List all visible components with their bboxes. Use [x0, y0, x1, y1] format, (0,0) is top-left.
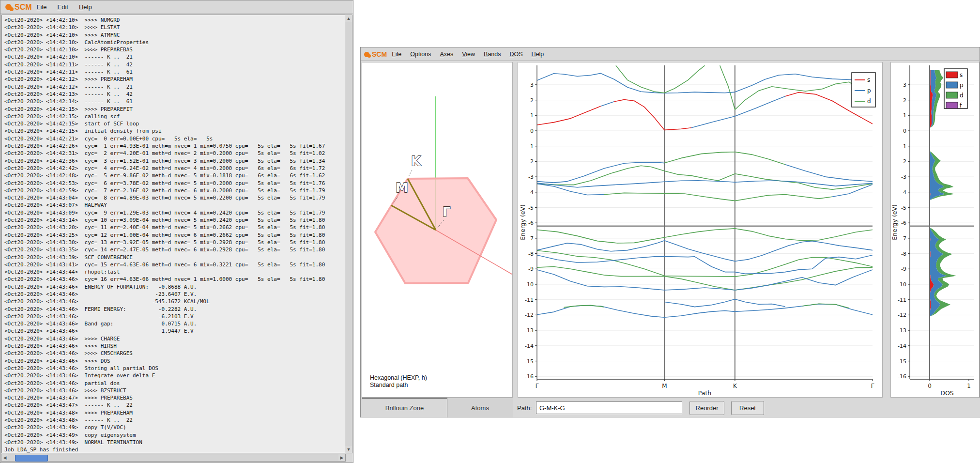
svg-text:-5: -5 [901, 205, 906, 211]
bz-label-K: K [411, 154, 421, 169]
svg-text:0: 0 [903, 128, 906, 134]
svg-text:0: 0 [530, 128, 534, 134]
band-plot-panel[interactable]: 3210-1-2-3-4-5-6-7-8-9-10-11-12-13-14-15… [518, 62, 883, 398]
svg-text:-4: -4 [528, 189, 534, 196]
tab-atoms[interactable]: Atoms [447, 398, 513, 417]
scroll-right-icon[interactable]: ▶ [338, 454, 345, 461]
log-window-menu: FileEditHelp [37, 3, 103, 11]
svg-text:-12: -12 [898, 312, 906, 318]
reorder-button[interactable]: Reorder [689, 401, 724, 415]
legend-entry-d: d [960, 92, 964, 99]
scroll-left-icon[interactable]: ◀ [1, 454, 8, 461]
band-line-p [664, 299, 785, 307]
path-input[interactable] [536, 401, 682, 414]
menu-file[interactable]: File [392, 51, 401, 58]
legend-entry-p: p [960, 82, 964, 89]
menu-bands[interactable]: Bands [484, 51, 501, 58]
dos-plot[interactable]: 3210-1-2-3-4-5-6-7-8-9-10-11-12-13-14-15… [891, 62, 979, 397]
svg-text:-4: -4 [901, 189, 906, 196]
svg-text:1: 1 [967, 383, 971, 389]
svg-text:-12: -12 [525, 312, 534, 318]
svg-text:-3: -3 [901, 174, 906, 180]
lattice-info: Hexagonal (HEXP, h) Standard path [370, 374, 427, 389]
scroll-up-icon[interactable]: ▲ [345, 15, 352, 22]
band-legend [852, 73, 875, 107]
svg-text:-8: -8 [528, 251, 534, 257]
svg-text:-8: -8 [901, 251, 906, 257]
log-text: <Oct20-2020> <14:42:10> >>>> NUMGRD <Oct… [2, 15, 345, 453]
band-line-p [537, 241, 873, 262]
svg-text:-5: -5 [528, 205, 534, 211]
band-line-p [537, 270, 873, 290]
band-structure-window: SCM FileOptionsAxesViewBandsDOSHelp KMΓ … [360, 47, 980, 417]
tab-brillouin-zone[interactable]: Brillouin Zone [362, 398, 447, 417]
svg-text:-2: -2 [528, 158, 534, 165]
bz-label-M: M [396, 181, 408, 195]
svg-text:-1: -1 [528, 143, 534, 150]
band-line-d [664, 152, 785, 165]
svg-text:2: 2 [903, 97, 906, 104]
scm-logo-icon: SCM [364, 50, 387, 58]
band-line-p [691, 96, 785, 128]
svg-text:3: 3 [903, 82, 906, 88]
brillouin-zone-panel[interactable]: KMΓ Hexagonal (HEXP, h) Standard path [362, 62, 513, 398]
svg-text:-3: -3 [528, 174, 534, 180]
svg-text:-11: -11 [898, 297, 906, 303]
dos-plot-panel[interactable]: 3210-1-2-3-4-5-6-7-8-9-10-11-12-13-14-15… [890, 62, 980, 398]
legend-entry-d: d [867, 98, 871, 105]
y-axis-label: Energy (eV) [891, 204, 898, 240]
lattice-path: Standard path [370, 382, 427, 389]
scm-logo-dot-icon [368, 54, 371, 58]
menu-axes[interactable]: Axes [440, 51, 453, 58]
reset-button[interactable]: Reset [731, 401, 764, 415]
scm-logo-text: SCM [372, 50, 387, 58]
svg-text:-6: -6 [528, 220, 534, 226]
svg-text:K: K [733, 383, 737, 389]
band-line-s [614, 100, 691, 130]
legend-entry-p: p [867, 87, 871, 94]
band-line-p [832, 185, 873, 197]
x-axis-label: DOS [940, 389, 953, 397]
legend-entry-s: s [867, 77, 870, 83]
menu-options[interactable]: Options [410, 51, 431, 58]
band-line-p [537, 73, 873, 93]
band-line-d [720, 65, 873, 109]
menu-edit[interactable]: Edit [58, 3, 68, 11]
scm-logo-text: SCM [15, 3, 32, 12]
svg-text:1: 1 [530, 112, 534, 119]
x-axis-label: Path [698, 389, 711, 397]
scm-logo-dot-icon [10, 7, 14, 11]
svg-text:-2: -2 [901, 158, 906, 165]
legend-entry-s: s [960, 72, 963, 78]
button-label: Reset [739, 404, 756, 412]
bz-hexagon[interactable] [375, 178, 496, 283]
band-line-d [616, 65, 705, 93]
band-line-p [601, 102, 614, 107]
svg-text:-15: -15 [525, 358, 534, 365]
svg-text:2: 2 [530, 97, 534, 104]
brillouin-zone-viewport[interactable]: KMΓ [362, 62, 512, 397]
band-line-p [785, 165, 873, 182]
band-line-d [604, 193, 832, 201]
menu-help[interactable]: Help [532, 51, 544, 58]
svg-text:-16: -16 [898, 373, 906, 380]
svg-text:Γ: Γ [536, 383, 539, 389]
log-horizontal-scrollbar[interactable]: ◀ ▶ [1, 454, 346, 462]
bottom-bar: Brillouin Zone Atoms Path: Reorder Reset [361, 398, 980, 418]
menu-dos[interactable]: DOS [510, 51, 523, 58]
band-line-p [537, 184, 604, 195]
svg-text:-1: -1 [901, 143, 906, 150]
log-output[interactable]: <Oct20-2020> <14:42:10> >>>> NUMGRD <Oct… [1, 15, 345, 453]
tab-label: Brillouin Zone [385, 404, 424, 412]
menu-file[interactable]: File [37, 3, 47, 11]
log-vertical-scrollbar[interactable]: ▲ ▼ [345, 15, 352, 453]
svg-text:-13: -13 [898, 327, 906, 334]
menu-view[interactable]: View [462, 51, 475, 58]
band-structure-plot[interactable]: 3210-1-2-3-4-5-6-7-8-9-10-11-12-13-14-15… [518, 62, 882, 397]
svg-text:Γ: Γ [871, 383, 874, 389]
svg-text:-7: -7 [528, 235, 534, 242]
y-axis-label: Energy (eV) [519, 204, 526, 240]
horizontal-scrollbar-thumb[interactable] [15, 455, 48, 462]
scroll-down-icon[interactable]: ▼ [345, 446, 352, 453]
menu-help[interactable]: Help [79, 3, 92, 11]
